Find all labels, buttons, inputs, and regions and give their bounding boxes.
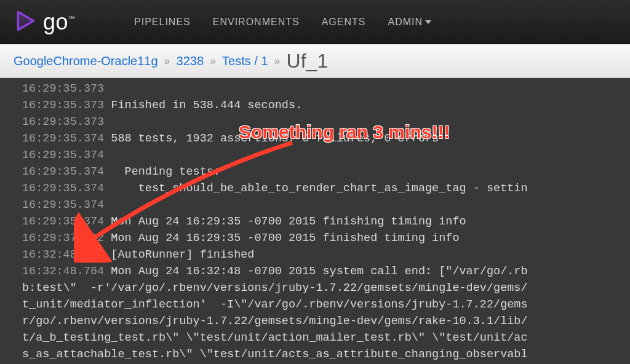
console-line: t_unit/mediator_inflection' -I\"/var/go/… (22, 296, 630, 313)
nav-admin-label: ADMIN (388, 17, 423, 28)
crumb-pipeline[interactable]: GoogleChrome-Oracle11g (14, 54, 158, 68)
nav-admin[interactable]: ADMIN (388, 17, 431, 28)
console-line: 16:32:48.725 [AutoRunner] finished (22, 247, 630, 263)
nav-agents[interactable]: AGENTS (322, 17, 366, 28)
logo-text: go (43, 9, 68, 34)
nav-environments[interactable]: ENVIRONMENTS (213, 17, 300, 28)
console-timestamp: 16:29:35.374 (22, 165, 111, 178)
console-line: 16:29:35.374 588 tests, 1932 assertions,… (22, 130, 630, 147)
console-timestamp: 16:29:35.374 (22, 199, 111, 212)
console-timestamp: 16:29:37.592 (22, 232, 111, 245)
console-line: t/a_b_testing_test.rb\" \"test/unit/acti… (22, 330, 630, 346)
top-nav: go™ PIPELINES ENVIRONMENTS AGENTS ADMIN (0, 0, 630, 44)
console-line: 16:29:35.374 (22, 197, 630, 213)
caret-down-icon (425, 20, 431, 24)
svg-marker-1 (18, 12, 33, 30)
crumb-sep-icon: » (210, 55, 216, 68)
console-line: 16:29:35.373 (22, 114, 630, 130)
console-timestamp: 16:32:48.764 (22, 265, 111, 278)
console-line: r/go/.rbenv/versions/jruby-1.7.22/gemset… (22, 313, 630, 330)
console-output: 16:29:35.373 16:29:35.373 Finished in 53… (0, 78, 630, 364)
logo-icon (15, 10, 37, 34)
console-timestamp: 16:29:35.373 (22, 116, 111, 129)
console-timestamp: 16:29:35.374 (22, 182, 111, 195)
crumb-stage[interactable]: Tests / 1 (222, 54, 268, 68)
crumb-sep-icon: » (274, 55, 281, 68)
console-timestamp: 16:29:35.373 (22, 82, 111, 95)
breadcrumb: GoogleChrome-Oracle11g » 3238 » Tests / … (0, 44, 630, 78)
console-line: 16:29:35.374 test_should_be_able_to_rend… (22, 180, 630, 197)
console-line: 16:29:35.374 Mon Aug 24 16:29:35 -0700 2… (22, 213, 630, 230)
crumb-counter[interactable]: 3238 (177, 54, 204, 68)
console-timestamp: 16:29:35.374 (22, 215, 111, 228)
console-line: 16:29:35.374 Pending tests: (22, 164, 630, 180)
nav-pipelines[interactable]: PIPELINES (134, 17, 191, 28)
logo-tm: ™ (68, 15, 75, 22)
console-line: 16:29:35.373 (22, 81, 630, 97)
console-line: s_as_attachable_test.rb\" \"test/unit/ac… (22, 346, 630, 363)
console-line: 16:29:35.374 (22, 147, 630, 164)
console-timestamp: 16:29:35.374 (22, 132, 111, 145)
logo[interactable]: go™ (15, 10, 75, 34)
console-timestamp: 16:32:48.725 (22, 248, 111, 261)
console-line: 16:29:37.592 Mon Aug 24 16:29:35 -0700 2… (22, 230, 630, 247)
console-line: b:test\" -r'/var/go/.rbenv/versions/jrub… (22, 280, 630, 296)
crumb-job: Uf_1 (287, 50, 329, 73)
console-line: 16:32:48.764 Mon Aug 24 16:32:48 -0700 2… (22, 263, 630, 280)
console-timestamp: 16:29:35.374 (22, 149, 111, 162)
crumb-sep-icon: » (164, 55, 170, 68)
console-line: 16:29:35.373 Finished in 538.444 seconds… (22, 97, 630, 114)
console-timestamp: 16:29:35.373 (22, 99, 111, 112)
